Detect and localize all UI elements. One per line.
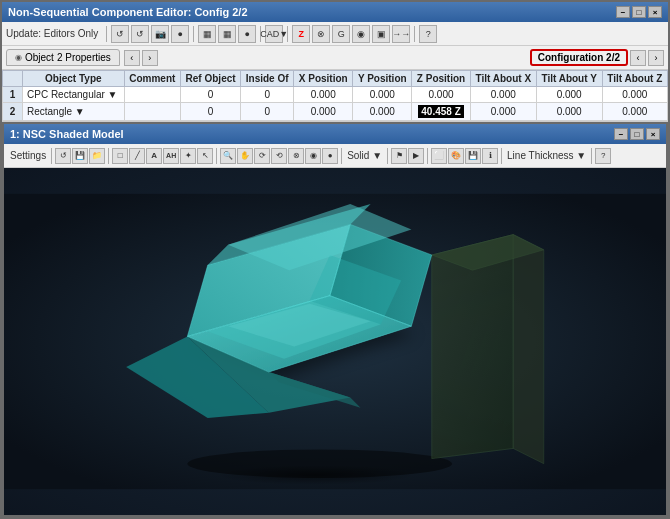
shaded-title-controls: − □ × (614, 128, 660, 140)
col-tilt-y[interactable]: Tilt About Y (536, 71, 602, 87)
row-1-comment[interactable] (124, 87, 180, 103)
shaded-rotate-btn[interactable]: ⟳ (254, 148, 270, 164)
shaded-sep-1 (51, 148, 52, 164)
col-object-type[interactable]: Object Type (23, 71, 125, 87)
circle-button[interactable]: ◉ (352, 25, 370, 43)
shaded-rot2-btn[interactable]: ⟲ (271, 148, 287, 164)
shaded-sep-6 (427, 148, 428, 164)
main-toolbar: Update: Editors Only ↺ ↺ 📷 ● ▦ ▦ ● CAD▼ … (2, 22, 668, 46)
table-row: 2 Rectangle ▼ 0 0 0.000 0.000 40.458 Z 0… (3, 103, 668, 121)
shaded-rect-btn[interactable]: □ (112, 148, 128, 164)
shaded-text-btn[interactable]: A (146, 148, 162, 164)
title-bar-controls: − □ × (616, 6, 662, 18)
row-1-tilt-y[interactable]: 0.000 (536, 87, 602, 103)
shaded-ah-btn[interactable]: AH (163, 148, 179, 164)
grid-button-1[interactable]: ▦ (198, 25, 216, 43)
line-thickness-label[interactable]: Line Thickness ▼ (507, 150, 586, 161)
row-2-tilt-x[interactable]: 0.000 (470, 103, 536, 121)
shaded-arrow-btn[interactable]: ▶ (408, 148, 424, 164)
help-button[interactable]: ? (419, 25, 437, 43)
svg-marker-3 (513, 235, 544, 464)
dot-button[interactable]: ● (238, 25, 256, 43)
row-2-z-position-cell[interactable]: 40.458 Z (412, 103, 471, 121)
cad-dropdown-button[interactable]: CAD▼ (265, 25, 283, 43)
arrow-button[interactable]: →→ (392, 25, 410, 43)
col-ref-object[interactable]: Ref Object (180, 71, 240, 87)
close-button[interactable]: × (648, 6, 662, 18)
row-1-object-type[interactable]: CPC Rectangular ▼ (23, 87, 125, 103)
row-1-z-position[interactable]: 0.000 (412, 87, 471, 103)
config-prev-button[interactable]: ‹ (630, 50, 646, 66)
shaded-folder-btn[interactable]: 📁 (89, 148, 105, 164)
shaded-stop-btn[interactable]: ⊗ (288, 148, 304, 164)
shaded-maximize-button[interactable]: □ (630, 128, 644, 140)
shaded-sphere-btn[interactable]: ● (322, 148, 338, 164)
row-1-tilt-z[interactable]: 0.000 (602, 87, 667, 103)
shaded-line-btn[interactable]: ╱ (129, 148, 145, 164)
row-1-y-position[interactable]: 0.000 (353, 87, 412, 103)
row-2-x-position[interactable]: 0.000 (294, 103, 353, 121)
refresh-button-1[interactable]: ↺ (111, 25, 129, 43)
col-z-position[interactable]: Z Position (412, 71, 471, 87)
tab-next-button[interactable]: › (142, 50, 158, 66)
shaded-refresh-btn[interactable]: ↺ (55, 148, 71, 164)
row-2-tilt-y[interactable]: 0.000 (536, 103, 602, 121)
tab-prev-button[interactable]: ‹ (124, 50, 140, 66)
shaded-sep-7 (501, 148, 502, 164)
row-2-ref-object[interactable]: 0 (180, 103, 240, 121)
row-2-y-position[interactable]: 0.000 (353, 103, 412, 121)
shaded-save2-btn[interactable]: 💾 (465, 148, 481, 164)
solid-label[interactable]: Solid ▼ (347, 150, 382, 161)
record-button[interactable]: ● (171, 25, 189, 43)
refresh-button-2[interactable]: ↺ (131, 25, 149, 43)
z-button[interactable]: Z (292, 25, 310, 43)
shaded-sep-3 (216, 148, 217, 164)
g-button[interactable]: G (332, 25, 350, 43)
shaded-sep-2 (108, 148, 109, 164)
separator-4 (287, 26, 288, 42)
3d-viewport[interactable] (4, 168, 666, 515)
minimize-button[interactable]: − (616, 6, 630, 18)
col-comment[interactable]: Comment (124, 71, 180, 87)
config-next-button[interactable]: › (648, 50, 664, 66)
shaded-pan-btn[interactable]: ✋ (237, 148, 253, 164)
object-table-container: Object Type Comment Ref Object Inside Of… (2, 70, 668, 122)
shaded-color-btn[interactable]: 🎨 (448, 148, 464, 164)
table-header-row: Object Type Comment Ref Object Inside Of… (3, 71, 668, 87)
settings-label[interactable]: Settings (10, 150, 46, 161)
shaded-ray-btn[interactable]: ◉ (305, 148, 321, 164)
row-1-x-position[interactable]: 0.000 (294, 87, 353, 103)
grid-button-2[interactable]: ▦ (218, 25, 236, 43)
row-2-tilt-z[interactable]: 0.000 (602, 103, 667, 121)
row-1-tilt-x[interactable]: 0.000 (470, 87, 536, 103)
maximize-button[interactable]: □ (632, 6, 646, 18)
shaded-save-btn[interactable]: 💾 (72, 148, 88, 164)
update-label: Update: Editors Only (6, 28, 98, 39)
row-2-object-type[interactable]: Rectangle ▼ (23, 103, 125, 121)
shaded-cursor-btn[interactable]: ↖ (197, 148, 213, 164)
shaded-close-button[interactable]: × (646, 128, 660, 140)
square-button[interactable]: ▣ (372, 25, 390, 43)
shaded-info-btn[interactable]: ℹ (482, 148, 498, 164)
col-tilt-z[interactable]: Tilt About Z (602, 71, 667, 87)
col-x-position[interactable]: X Position (294, 71, 353, 87)
shaded-help-btn[interactable]: ? (595, 148, 611, 164)
col-y-position[interactable]: Y Position (353, 71, 412, 87)
shaded-flag-btn[interactable]: ⚑ (391, 148, 407, 164)
shaded-display-btn[interactable]: ⬜ (431, 148, 447, 164)
row-1-inside-of[interactable]: 0 (241, 87, 294, 103)
properties-label: 2 Properties (57, 52, 111, 63)
cross-button[interactable]: ⊗ (312, 25, 330, 43)
shaded-minimize-button[interactable]: − (614, 128, 628, 140)
col-tilt-x[interactable]: Tilt About X (470, 71, 536, 87)
camera-button[interactable]: 📷 (151, 25, 169, 43)
shaded-star-btn[interactable]: ✦ (180, 148, 196, 164)
config-bar: ◉ Object 2 Properties ‹ › Configuration … (2, 46, 668, 70)
row-2-inside-of[interactable]: 0 (241, 103, 294, 121)
shaded-zoom-btn[interactable]: 🔍 (220, 148, 236, 164)
row-2-comment[interactable] (124, 103, 180, 121)
row-2-num: 2 (3, 103, 23, 121)
col-inside-of[interactable]: Inside Of (241, 71, 294, 87)
row-1-ref-object[interactable]: 0 (180, 87, 240, 103)
object-tab[interactable]: ◉ Object 2 Properties (6, 49, 120, 66)
